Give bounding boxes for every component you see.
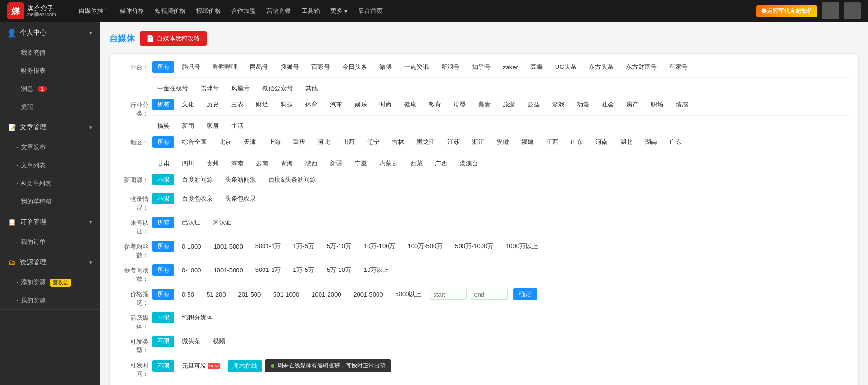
active-media-tag-pure[interactable]: 纯积分媒体	[177, 312, 217, 323]
region-tag-zhejiang[interactable]: 浙江	[467, 136, 489, 148]
price-tag-all[interactable]: 所有	[152, 289, 174, 300]
region-tag-shanxi[interactable]: 山西	[338, 136, 359, 148]
reads-tag-10w-up[interactable]: 10万以上	[359, 264, 394, 276]
sidebar-item-my-resource[interactable]: · 我的资源	[0, 291, 100, 309]
platform-tag-tencent[interactable]: 腾讯号	[177, 61, 205, 73]
nav-partner[interactable]: 合作加盟	[231, 7, 256, 15]
industry-tag-sannong[interactable]: 三农	[226, 99, 248, 110]
fans-tag-5w-10w[interactable]: 5万-10万	[322, 241, 356, 252]
platform-tag-uc[interactable]: UC头条	[550, 61, 581, 73]
region-tag-hainan[interactable]: 海南	[226, 158, 248, 169]
reads-tag-0-1000[interactable]: 0-1000	[177, 265, 206, 275]
region-tag-gangaotai[interactable]: 港澳台	[455, 158, 483, 169]
verify-tag-verified[interactable]: 已认证	[177, 217, 205, 228]
logo[interactable]: 媒 媒介盒子 meijihezi.com	[7, 2, 69, 19]
fans-tag-500w-1000w[interactable]: 500万-1000万	[450, 241, 498, 252]
publish-time-tag-nolimit[interactable]: 不限	[152, 360, 174, 372]
sidebar-item-article-publish[interactable]: · 文章发布	[0, 138, 100, 156]
industry-tag-realestate[interactable]: 房产	[622, 99, 643, 110]
region-tag-beijing[interactable]: 北京	[214, 136, 236, 148]
region-tag-jilin[interactable]: 吉林	[387, 136, 409, 148]
price-confirm-button[interactable]: 确定	[513, 288, 537, 300]
fans-tag-100w-500w[interactable]: 100万-500万	[403, 241, 447, 252]
region-tag-guangdong[interactable]: 广东	[665, 136, 687, 148]
platform-tag-dongfangcf[interactable]: 东方财富号	[621, 61, 661, 73]
nav-newspaper[interactable]: 报纸价格	[196, 7, 221, 15]
industry-tag-emotion[interactable]: 情感	[671, 99, 693, 110]
price-tag-5000-up[interactable]: 5000以上	[391, 289, 426, 300]
fans-tag-5001-1w[interactable]: 5001-1万	[251, 241, 285, 252]
region-tag-hebei[interactable]: 河北	[313, 136, 335, 148]
nav-media-price[interactable]: 媒体价格	[120, 7, 144, 15]
region-tag-gansu[interactable]: 甘肃	[152, 158, 174, 169]
sidebar-item-ai-article[interactable]: · AI文章列表	[0, 174, 100, 192]
publish-time-tag-newyear[interactable]: 元旦可发NEW	[177, 360, 225, 372]
fans-tag-1w-5w[interactable]: 1万-5万	[288, 241, 319, 252]
region-tag-shaanxi[interactable]: 陕西	[301, 158, 322, 169]
inclusion-tag-baidu[interactable]: 百度包收录	[177, 193, 217, 204]
price-tag-51-200[interactable]: 51-200	[202, 289, 230, 299]
sidebar-item-finance[interactable]: · 财务报表	[0, 62, 100, 80]
region-tag-guizhou[interactable]: 贵州	[202, 158, 224, 169]
sidebar-item-withdraw[interactable]: · 提现	[0, 98, 100, 116]
reads-tag-all[interactable]: 所有	[152, 264, 174, 276]
region-tag-heilongjiang[interactable]: 黑龙江	[412, 136, 440, 148]
sidebar-item-add-resource[interactable]: · 添加资源 赚收益	[0, 273, 100, 291]
news-source-tag-baidu[interactable]: 百度新闻源	[177, 174, 217, 185]
sidebar-section-resource-header[interactable]: 🗂 资源管理 ▾	[0, 251, 100, 273]
industry-tag-education[interactable]: 教育	[424, 99, 446, 110]
platform-tag-wechat[interactable]: 微信公众号	[257, 83, 298, 94]
region-tag-neimenggu[interactable]: 内蒙古	[375, 158, 403, 169]
nav-short-video[interactable]: 短视频价格	[155, 7, 186, 15]
industry-tag-life[interactable]: 生活	[226, 120, 248, 132]
reads-tag-1001-5000[interactable]: 1001-5000	[208, 265, 247, 275]
region-tag-national[interactable]: 综合全国	[177, 136, 211, 148]
publish-type-tag-weitoutiao[interactable]: 微头条	[177, 336, 205, 347]
verify-tag-unverified[interactable]: 未认证	[208, 217, 236, 228]
region-tag-liaoning[interactable]: 辽宁	[362, 136, 384, 148]
nav-more[interactable]: 更多 ▾	[330, 7, 348, 15]
industry-tag-fashion[interactable]: 时尚	[375, 99, 396, 110]
platform-tag-other[interactable]: 其他	[301, 83, 322, 94]
fans-tag-all[interactable]: 所有	[152, 241, 174, 252]
industry-tag-anime[interactable]: 动漫	[572, 99, 594, 110]
platform-tag-yidian[interactable]: 一点资讯	[399, 61, 434, 73]
sidebar-section-order-header[interactable]: 📋 订单管理 ▾	[0, 211, 100, 233]
platform-tag-bilibili[interactable]: 哔哩哔哩	[208, 61, 242, 73]
region-tag-qinghai[interactable]: 青海	[276, 158, 298, 169]
fans-tag-10w-100w[interactable]: 10万-100万	[359, 241, 400, 252]
industry-tag-society[interactable]: 社会	[597, 99, 619, 110]
reads-tag-5001-1w[interactable]: 5001-1万	[251, 264, 285, 276]
sidebar-section-article-header[interactable]: 📝 文章管理 ▾	[0, 116, 100, 138]
platform-tag-all[interactable]: 所有	[152, 61, 174, 73]
price-tag-201-500[interactable]: 201-500	[234, 289, 266, 299]
nav-marketing[interactable]: 营销套餐	[266, 7, 291, 15]
platform-tag-weibo[interactable]: 微博	[375, 61, 396, 73]
industry-tag-food[interactable]: 美食	[473, 99, 495, 110]
region-tag-shanghai[interactable]: 上海	[264, 136, 285, 148]
region-tag-xinjiang[interactable]: 新疆	[325, 158, 347, 169]
news-source-tag-toutiao[interactable]: 头条新闻源	[220, 174, 261, 185]
sidebar-item-article-list[interactable]: · 文章列表	[0, 156, 100, 174]
industry-tag-humor[interactable]: 搞笑	[152, 120, 174, 132]
region-tag-hubei[interactable]: 湖北	[615, 136, 637, 148]
guide-button[interactable]: 📄 自媒体发稿攻略	[140, 31, 207, 46]
platform-tag-dongfang[interactable]: 东方头条	[584, 61, 618, 73]
fans-tag-0-1000[interactable]: 0-1000	[177, 241, 206, 251]
platform-tag-fenghuang[interactable]: 凤凰号	[226, 83, 255, 94]
publish-type-tag-nolimit[interactable]: 不限	[152, 336, 174, 347]
platform-tag-toutiao[interactable]: 今日头条	[338, 61, 372, 73]
active-media-tag-nolimit[interactable]: 不限	[152, 312, 174, 323]
industry-tag-tech[interactable]: 科技	[276, 99, 298, 110]
industry-tag-all[interactable]: 所有	[152, 99, 174, 110]
industry-tag-workplace[interactable]: 职场	[646, 99, 668, 110]
inclusion-tag-toutiao[interactable]: 头条包收录	[220, 193, 261, 204]
sidebar-item-recharge[interactable]: · 我要充值	[0, 44, 100, 62]
industry-tag-finance[interactable]: 财经	[251, 99, 273, 110]
platform-tag-zaker[interactable]: zaker	[498, 62, 523, 72]
platform-tag-chejia[interactable]: 车家号	[664, 61, 692, 73]
price-tag-501-1000[interactable]: 501-1000	[268, 289, 304, 299]
region-tag-tianjin[interactable]: 天津	[239, 136, 261, 148]
industry-tag-auto[interactable]: 汽车	[325, 99, 347, 110]
region-tag-hunan[interactable]: 湖南	[640, 136, 662, 148]
